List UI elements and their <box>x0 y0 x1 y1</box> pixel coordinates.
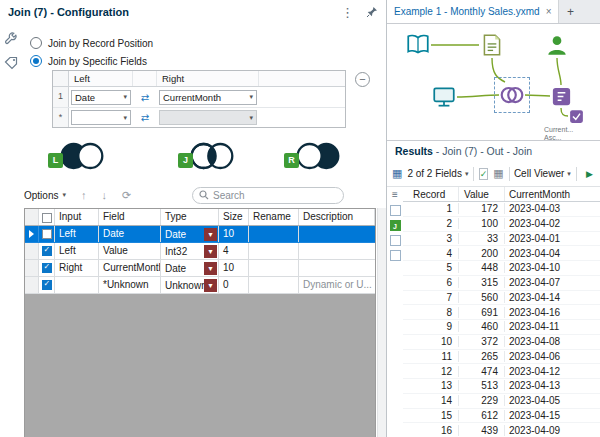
grid-row[interactable]: Right CurrentMonth Date▼ 10 <box>25 260 375 277</box>
expand-panel-icon[interactable]: ▶ <box>586 169 593 179</box>
anchor-strip: ≡ J <box>387 187 403 437</box>
result-row[interactable]: 6 315 2023-04-07 <box>403 276 600 291</box>
join-output-venn: J <box>178 138 238 174</box>
anchor-output-icon[interactable] <box>390 250 401 261</box>
fields-dropdown[interactable]: 2 of 2 Fields▾ <box>407 168 468 179</box>
refresh-icon[interactable]: ⟳ <box>122 189 131 202</box>
col-header-currentmonth[interactable]: CurrentMonth <box>505 187 600 201</box>
swap-fields-icon[interactable]: ⇄ <box>133 112 157 123</box>
scrollbar-track[interactable] <box>377 208 386 437</box>
kebab-menu-icon[interactable]: ⋮ <box>341 5 354 20</box>
results-table: Record Value CurrentMonth 1 172 2023-04-… <box>403 187 600 437</box>
result-row[interactable]: 12 474 2023-04-12 <box>403 364 600 379</box>
select-all-checkbox[interactable] <box>42 213 52 223</box>
options-button[interactable]: Options▾ <box>24 190 66 201</box>
tool-text-input[interactable] <box>479 32 505 58</box>
result-row[interactable]: 3 33 2023-04-01 <box>403 232 600 247</box>
cell-viewer-dropdown[interactable]: Cell Viewer▾ <box>514 168 571 179</box>
left-field-dropdown[interactable]: ▾ <box>71 110 131 125</box>
configuration-panel: Join (7) - Configuration ⋮ Join by Recor… <box>0 0 387 437</box>
tab-monthly-sales[interactable]: Example 1 - Monthly Sales.yxmd × <box>387 0 559 23</box>
metadata-toggle-icon[interactable]: ≡ <box>389 189 401 201</box>
new-tab-button[interactable]: + <box>559 0 581 23</box>
join-anchor-badge: J <box>178 153 193 168</box>
anchor-right-icon[interactable] <box>390 235 401 246</box>
join-venn-icon <box>499 82 525 108</box>
type-dropdown-icon[interactable]: ▼ <box>204 279 217 292</box>
result-row[interactable]: 14 229 2023-04-05 <box>403 394 600 409</box>
result-row[interactable]: 8 691 2023-04-16 <box>403 305 600 320</box>
tool-sort[interactable] <box>550 85 573 108</box>
config-panel-title: Join (7) - Configuration <box>8 6 341 18</box>
move-down-icon[interactable]: ↓ <box>101 189 107 201</box>
type-dropdown-icon[interactable]: ▼ <box>204 245 217 258</box>
grid-toolbar: Options▾ ↑ ↓ ⟳ <box>24 185 374 205</box>
row-checkbox[interactable] <box>42 263 52 273</box>
result-row[interactable]: 1 172 2023-04-03 <box>403 202 600 217</box>
row-checkbox[interactable] <box>42 246 52 256</box>
grid-empty-area <box>25 294 375 437</box>
config-header: Join (7) - Configuration ⋮ <box>0 0 386 24</box>
pin-icon[interactable] <box>366 6 378 18</box>
result-row[interactable]: 4 200 2023-04-04 <box>403 246 600 261</box>
anchor-left-icon[interactable] <box>390 205 401 216</box>
anchor-join-icon[interactable]: J <box>390 220 401 231</box>
workflow-canvas[interactable]: Current... Asc... <box>387 24 600 140</box>
chevron-down-icon: ▾ <box>62 191 66 199</box>
book-icon <box>405 32 431 58</box>
right-output-venn: R <box>284 138 344 174</box>
radio-join-by-record-position[interactable]: Join by Record Position <box>30 36 153 50</box>
right-field-dropdown[interactable]: CurrentMonth▾ <box>159 90 257 105</box>
tag-icon[interactable] <box>4 56 18 70</box>
result-row[interactable]: 11 265 2023-04-06 <box>403 350 600 365</box>
swap-fields-icon[interactable]: ⇄ <box>133 92 157 103</box>
wrench-icon[interactable] <box>4 32 18 46</box>
radio-circle-icon[interactable] <box>30 55 42 67</box>
table-view-icon[interactable]: ▦ <box>392 167 402 180</box>
result-row[interactable]: 2 100 2023-04-02 <box>403 217 600 232</box>
col-header-input: Input <box>55 209 99 225</box>
grid-options-icon[interactable]: ▦ <box>493 167 503 180</box>
result-row[interactable]: 15 612 2023-04-15 <box>403 409 600 424</box>
tool-browse[interactable] <box>431 84 457 110</box>
close-tab-icon[interactable]: × <box>546 6 552 17</box>
left-field-dropdown[interactable]: Date▾ <box>71 90 131 105</box>
tool-documentation[interactable] <box>405 32 431 58</box>
tool-join-selected[interactable] <box>499 82 525 108</box>
join-fields-table: Left Right 1 Date▾ ⇄ <box>52 70 346 128</box>
col-header-value[interactable]: Value <box>459 187 505 201</box>
col-header-description: Description <box>299 209 375 225</box>
grid-row[interactable]: Left Date Date▼ 10 <box>25 226 375 243</box>
field-configuration-grid: Input Field Type Size Rename Description… <box>24 208 376 437</box>
result-row[interactable]: 16 439 2023-04-09 <box>403 423 600 437</box>
result-row[interactable]: 7 560 2023-04-14 <box>403 291 600 306</box>
type-dropdown-icon[interactable]: ▼ <box>204 228 217 241</box>
tool-user[interactable] <box>544 32 570 58</box>
row-checkbox[interactable] <box>42 280 52 290</box>
remove-join-field-button[interactable]: − <box>355 72 370 87</box>
config-sidebar <box>0 24 22 437</box>
grid-row[interactable]: Left Value Int32▼ 4 <box>25 243 375 260</box>
result-row[interactable]: 9 460 2023-04-11 <box>403 320 600 335</box>
right-field-dropdown[interactable]: ▾ <box>159 110 257 125</box>
grid-header-row: Input Field Type Size Rename Description <box>25 209 375 226</box>
col-header-record[interactable]: Record <box>403 187 459 201</box>
type-dropdown-icon[interactable]: ▼ <box>204 262 217 275</box>
chevron-down-icon: ▾ <box>123 114 127 122</box>
data-quality-icon[interactable]: ✓ <box>479 168 489 180</box>
radio-join-by-specific-fields[interactable]: Join by Specific Fields <box>30 54 147 68</box>
radio-circle-icon[interactable] <box>30 37 42 49</box>
document-tab-bar: Example 1 - Monthly Sales.yxmd × + <box>387 0 600 24</box>
grid-row[interactable]: *Unknown Unknown▼ 0 Dynamic or U... <box>25 277 375 294</box>
move-up-icon[interactable]: ↑ <box>81 189 87 201</box>
tool-select[interactable] <box>568 108 585 125</box>
result-row[interactable]: 10 372 2023-04-08 <box>403 335 600 350</box>
search-input[interactable] <box>213 190 337 201</box>
search-icon <box>199 190 209 200</box>
join-field-row: * ▾ ⇄ ▾ <box>53 107 345 127</box>
result-row[interactable]: 5 448 2023-04-10 <box>403 261 600 276</box>
results-header: Results - Join (7) - Out - Join <box>387 141 600 161</box>
result-row[interactable]: 13 513 2023-04-13 <box>403 379 600 394</box>
row-checkbox[interactable] <box>42 229 52 239</box>
chevron-down-icon: ▾ <box>465 170 469 178</box>
